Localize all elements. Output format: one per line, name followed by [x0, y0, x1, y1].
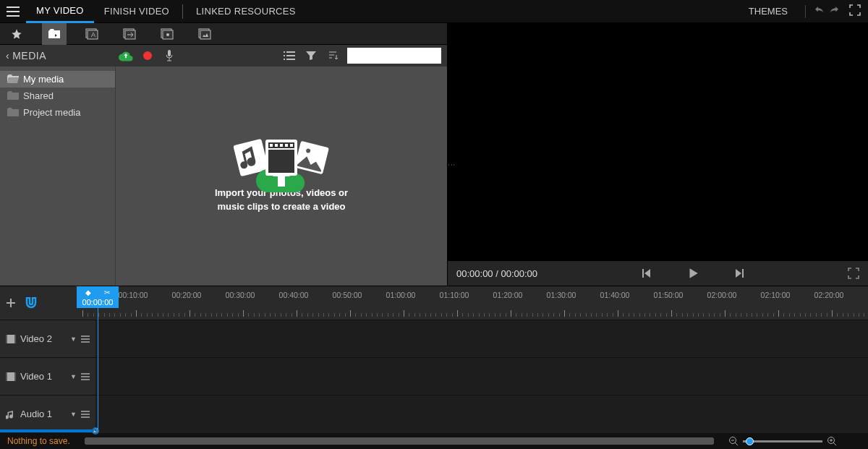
ruler-label: 01:10:00	[440, 291, 469, 299]
svg-rect-15	[270, 144, 273, 147]
player-bar: 00:00:00 / 00:00:00	[448, 261, 868, 286]
timeline-scrollbar[interactable]	[85, 437, 714, 445]
chevron-down-icon[interactable]: ▼	[70, 411, 77, 418]
track-name: Video 2	[20, 333, 52, 344]
microphone-icon[interactable]	[162, 48, 176, 63]
ruler-label: 01:50:00	[654, 291, 684, 299]
folder-shared[interactable]: Shared	[0, 87, 115, 104]
media-panel: ‹ MEDIA My media	[0, 45, 447, 286]
track-header[interactable]: Audio 1▼🔊	[0, 395, 95, 432]
track-header[interactable]: Video 1▼	[0, 358, 95, 395]
volume-bar[interactable]	[0, 429, 95, 432]
asset-tabs: A	[0, 23, 447, 45]
svg-rect-16	[275, 144, 278, 147]
preview-fullscreen-icon[interactable]	[848, 268, 859, 279]
zoom-thumb[interactable]	[746, 437, 754, 445]
status-message: Nothing to save.	[7, 436, 70, 446]
tab-my-video[interactable]: MY VIDEO	[26, 0, 94, 23]
preview-panel: ⋮ 00:00:00 / 00:00:00	[447, 45, 868, 286]
svg-text:A: A	[91, 31, 95, 38]
track-body[interactable]	[95, 358, 868, 395]
ruler-label: 01:40:00	[600, 291, 630, 299]
divider	[805, 5, 806, 18]
tab-finish-video[interactable]: FINISH VIDEO	[94, 0, 179, 23]
ruler-label: 00:30:00	[226, 291, 255, 299]
svg-rect-25	[14, 335, 16, 343]
track-menu-icon[interactable]	[81, 335, 90, 343]
effects-tab-icon[interactable]	[155, 23, 179, 45]
play-icon[interactable]	[686, 267, 699, 280]
folder-label: My media	[23, 74, 64, 85]
ruler-label: 00:20:00	[172, 291, 202, 299]
media-title: MEDIA	[12, 50, 46, 61]
chevron-down-icon[interactable]: ▼	[70, 335, 77, 343]
search-box[interactable]	[347, 48, 441, 64]
add-track-icon[interactable]	[6, 298, 16, 308]
track-menu-icon[interactable]	[81, 411, 90, 418]
themes-button[interactable]: THEMES	[739, 6, 798, 17]
sort-icon[interactable]	[326, 48, 340, 63]
ruler-label: 02:20:00	[814, 291, 844, 299]
main-area: ‹ MEDIA My media	[0, 45, 868, 286]
svg-rect-10	[168, 50, 171, 56]
player-controls	[640, 267, 746, 280]
zoom-slider[interactable]	[743, 440, 822, 442]
nav-divider	[182, 4, 183, 19]
track-audio: Audio 1▼🔊	[0, 395, 868, 432]
media-tab-icon[interactable]	[42, 23, 67, 45]
svg-point-7	[166, 33, 169, 36]
library-tab-icon[interactable]	[192, 23, 217, 45]
zoom-control	[728, 436, 837, 446]
status-bar: Nothing to save.	[0, 433, 868, 449]
zoom-out-icon[interactable]	[728, 436, 739, 446]
folder-icon	[7, 108, 19, 118]
magnet-icon[interactable]	[25, 297, 38, 309]
ruler-label: 00:50:00	[333, 291, 362, 299]
svg-rect-26	[6, 372, 16, 381]
list-view-icon[interactable]	[282, 48, 297, 63]
film-icon	[6, 335, 16, 343]
zoom-in-icon[interactable]	[827, 436, 837, 446]
prev-frame-icon[interactable]	[640, 268, 652, 279]
transitions-tab-icon[interactable]	[117, 23, 142, 45]
search-input[interactable]	[350, 51, 459, 61]
track-body[interactable]	[95, 395, 868, 432]
record-icon[interactable]	[140, 48, 155, 63]
panel-resize-handle[interactable]: ⋮	[448, 161, 456, 170]
timeline: ◆ ✂ 00:00:00 00:10:0000:20:0000:30:0000:…	[0, 286, 868, 433]
import-illustration	[236, 139, 327, 176]
filter-icon[interactable]	[304, 48, 318, 63]
ruler-label: 01:20:00	[493, 291, 523, 299]
media-back-button[interactable]: ‹ MEDIA	[6, 50, 46, 61]
svg-rect-17	[280, 144, 283, 147]
timeline-ruler[interactable]: ◆ ✂ 00:00:00 00:10:0000:20:0000:30:0000:…	[77, 286, 868, 320]
folder-project-media[interactable]: Project media	[0, 104, 115, 121]
svg-rect-28	[14, 372, 16, 381]
video-preview[interactable]	[448, 45, 868, 261]
next-frame-icon[interactable]	[734, 268, 746, 279]
chevron-down-icon[interactable]: ▼	[70, 373, 77, 380]
folder-tree: My media Shared Project media	[0, 67, 116, 286]
titles-tab-icon[interactable]: A	[80, 23, 104, 45]
favorites-tab-icon[interactable]	[4, 23, 29, 45]
undo-icon[interactable]	[813, 4, 827, 19]
timeline-tools	[0, 286, 77, 320]
redo-icon[interactable]	[827, 4, 842, 19]
cloud-upload-icon[interactable]	[119, 48, 133, 63]
film-icon	[6, 372, 16, 381]
svg-rect-19	[290, 144, 293, 147]
folder-my-media[interactable]: My media	[0, 71, 115, 87]
fullscreen-icon[interactable]	[849, 4, 864, 19]
svg-rect-24	[6, 335, 7, 343]
menu-icon[interactable]	[4, 3, 22, 20]
svg-rect-27	[6, 372, 7, 381]
track-menu-icon[interactable]	[81, 373, 90, 380]
media-header: ‹ MEDIA	[0, 45, 447, 67]
ruler-label: 00:40:00	[279, 291, 309, 299]
tab-linked-resources[interactable]: LINKED RESOURCES	[186, 0, 306, 23]
track-body[interactable]	[95, 320, 868, 357]
svg-rect-20	[268, 150, 294, 173]
ruler-label: 01:00:00	[386, 291, 416, 299]
track-header[interactable]: Video 2▼	[0, 320, 95, 357]
import-dropzone[interactable]: Import your photos, videos or music clip…	[116, 67, 447, 286]
